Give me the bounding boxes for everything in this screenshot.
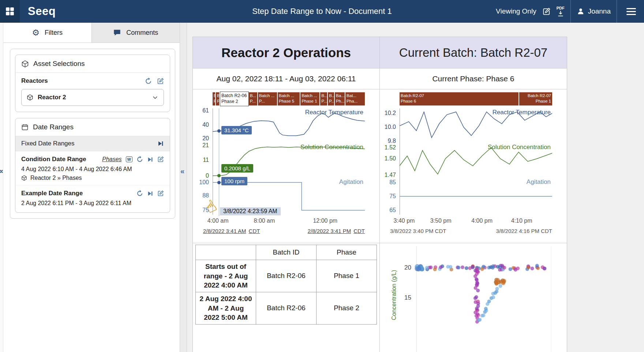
example-date-range-item: Example Date Range (15, 185, 170, 212)
step-all-to-end-button[interactable] (157, 140, 164, 147)
tab-filters[interactable]: ⚙ Filters (3, 23, 92, 42)
timezone-link[interactable]: CDT (353, 228, 365, 234)
left-subtitle-cell: Aug 02, 2022 18:11 - Aug 03, 2022 06:11 (193, 68, 380, 89)
cursor-timestamp-tooltip: 3/8/2022 4:23:59 AM (220, 207, 281, 215)
cursor-dot-concentration (217, 174, 221, 177)
edit-pencil-icon (157, 78, 164, 85)
edit-mode-button[interactable] (542, 7, 551, 16)
table-row: 2 Aug 2022 4:00 AM - 2 Aug 2022 5:00 AM … (196, 292, 377, 324)
apps-grid-button[interactable] (0, 0, 20, 23)
topbar: Seeq Step Date Range to Now - Document 1… (0, 0, 644, 23)
topbar-divider (617, 0, 617, 23)
example-range-name: Example Date Range (21, 190, 83, 197)
range-end-link[interactable]: 2/8/2022 3:41 PM (308, 228, 351, 234)
batch-capsule[interactable]: Batch ...Phase 5 (278, 92, 300, 105)
seeq-logo[interactable]: Seeq (28, 5, 56, 18)
row-range: 2 Aug 2022 4:00 AM - 2 Aug 2022 5:00 AM (196, 292, 256, 324)
edit-example-range-button[interactable] (157, 190, 164, 197)
cursor-value-temperature: 31.304 °C (221, 126, 252, 134)
comment-bubble-icon (113, 29, 121, 36)
condition-range-name: Condition Date Range (21, 156, 86, 163)
cube-icon (27, 94, 33, 101)
y-axis-ticks: 21110 (196, 143, 210, 178)
app-body: « ⚙ Filters Comments (0, 23, 644, 352)
sidebar: ⚙ Filters Comments A (3, 23, 180, 352)
batch-capsule[interactable]: Ba...Ph... (335, 92, 345, 105)
batch-capsule[interactable]: B...P... (328, 92, 335, 105)
trend-chart-left-cell: BPBaPhBatch R2-06Phase 2B...P...Batch ..… (193, 89, 380, 243)
refresh-condition-range-button[interactable] (136, 156, 143, 163)
series-label[interactable]: Solution Concentration (300, 144, 363, 151)
batch-capsule[interactable]: B...P... (320, 92, 328, 105)
sidebar-collapse-button[interactable]: « (180, 167, 184, 175)
topbar-divider (570, 0, 571, 23)
edge-collapse-button[interactable]: « (0, 166, 3, 175)
apps-grid-icon (5, 7, 15, 16)
series-label[interactable]: Agitation (339, 178, 363, 186)
trend-chart-left[interactable]: BPBaPhBatch R2-06Phase 2B...P...Batch ..… (196, 92, 376, 241)
lane-reactor-temperature: 10.210.09.8 Reactor Temperature (400, 108, 552, 143)
batch-table: Batch ID Phase Starts out of range - 2 A… (195, 245, 377, 325)
batch-capsule[interactable]: Batch R2-07Phase 6 (400, 92, 519, 105)
refresh-icon (136, 156, 143, 163)
example-range-dates: 2 Aug 2022 6:11 PM - 3 Aug 2022 6:11 AM (21, 200, 164, 207)
scatter-chart[interactable]: Concentration (g/L) 20 15 (380, 243, 567, 352)
step-example-range-button[interactable] (147, 190, 153, 197)
refresh-example-range-button[interactable] (136, 190, 143, 197)
chart-footer-right: 3/8/2022 3:40 PM CDT 3/8/2022 4:16 PM CD… (390, 228, 552, 234)
timezone-link[interactable]: CDT (249, 228, 260, 234)
asset-dropdown-value: Reactor 2 (38, 94, 66, 101)
step-condition-range-button[interactable] (147, 156, 153, 163)
sidebar-tabs: ⚙ Filters Comments (3, 23, 180, 43)
chart-footer-left: 2/8/2022 3:41 AM CDT 2/8/2022 3:41 PM CD… (203, 228, 365, 234)
fixed-date-ranges-row: Fixed Date Ranges (15, 136, 170, 151)
batch-capsule[interactable]: Batch ...P... (258, 92, 278, 105)
left-header-cell: Reactor 2 Operations (193, 37, 380, 68)
worksheet-badge[interactable]: W (126, 156, 132, 162)
left-date-range-label: Aug 02, 2022 18:11 - Aug 03, 2022 06:11 (216, 74, 356, 83)
series-label[interactable]: Solution Concentration (488, 144, 551, 151)
trend-chart-right[interactable]: Batch R2-07Phase 6Batch R2-07Phase 1 10.… (383, 92, 563, 241)
seeq-app: Seeq Step Date Range to Now - Document 1… (0, 0, 644, 352)
edit-asset-button[interactable] (157, 78, 164, 85)
y-axis-ticks: 614020 (196, 108, 210, 143)
viewing-only-label: Viewing Only (496, 7, 536, 15)
batch-capsule[interactable]: B...P... (249, 92, 258, 105)
phases-link[interactable]: Phases (102, 156, 121, 163)
series-label[interactable]: Reactor Temperature (305, 109, 363, 116)
batch-capsule[interactable]: Batch ...Phase 1 (300, 92, 320, 105)
tab-comments[interactable]: Comments (92, 23, 180, 42)
chevron-down-icon (152, 94, 158, 101)
lane-solution-concentration: 1.521.501.47 Solution Concentration (400, 143, 552, 178)
series-label[interactable]: Reactor Temperature (493, 109, 551, 116)
scatter-points (380, 243, 566, 352)
refresh-icon (136, 190, 143, 197)
y-axis-ticks: 1.521.501.47 (383, 143, 397, 178)
series-label[interactable]: Agitation (527, 178, 551, 186)
batch-capsule[interactable]: BaPh (216, 92, 220, 105)
edit-condition-range-button[interactable] (157, 156, 164, 163)
batch-capsule[interactable]: Batch R2-07Phase 1 (519, 92, 552, 105)
main-area: Reactor 2 Operations Current Batch: Batc… (187, 23, 644, 352)
hamburger-menu-button[interactable] (623, 8, 640, 15)
left-doc-title: Reactor 2 Operations (221, 45, 351, 60)
cursor-dot-temperature (217, 129, 221, 133)
tab-filters-label: Filters (45, 29, 63, 37)
user-menu[interactable]: Joanna (577, 7, 611, 15)
batch-capsule[interactable]: Bat...Pha... (345, 92, 365, 105)
range-start-link[interactable]: 2/8/2022 3:41 AM (203, 228, 246, 234)
export-pdf-button[interactable]: PDF (557, 6, 565, 17)
date-ranges-title: Date Ranges (33, 123, 74, 131)
step-to-end-icon (147, 190, 153, 197)
trend-chart-right-cell: Batch R2-07Phase 6Batch R2-07Phase 1 10.… (380, 89, 567, 243)
batch-capsule[interactable]: Batch R2-06Phase 2 (220, 92, 249, 106)
row-batch-id: Batch R2-06 (256, 292, 317, 324)
range-start-label: 3/8/2022 3:40 PM CDT (390, 228, 446, 234)
asset-dropdown[interactable]: Reactor 2 (21, 89, 164, 106)
asset-group-label: Reactors (21, 77, 48, 85)
batch-strip: BPBaPhBatch R2-06Phase 2B...P...Batch ..… (213, 92, 365, 105)
right-doc-title: Current Batch: Batch R2-07 (399, 46, 547, 60)
refresh-asset-button[interactable] (145, 78, 152, 85)
topbar-actions: Viewing Only PDF Joanna (496, 0, 644, 23)
batch-capsule[interactable]: BP (213, 92, 216, 105)
